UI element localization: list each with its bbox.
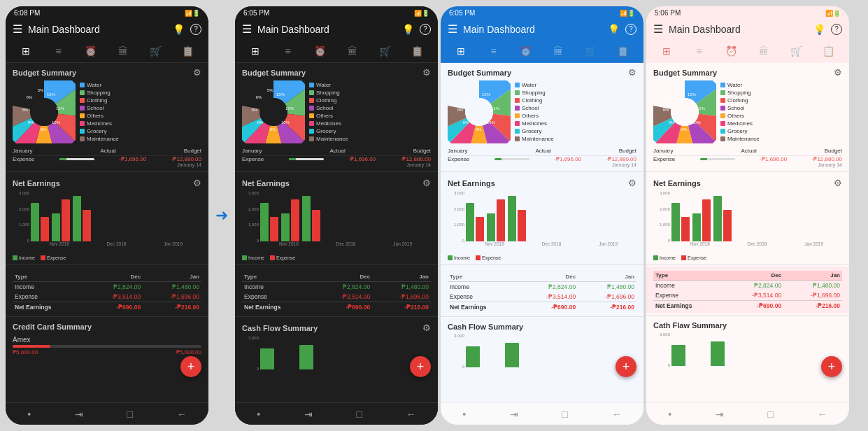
legend-others-1: Others [80,113,119,119]
credit-header-1: Credit Card Summary [13,323,201,331]
earnings-table-section-1: Type Dec Jan Income ₱2,824.00 ₱1,480.00 … [6,267,208,315]
menu-icon-4[interactable]: ☰ [653,22,663,36]
bottom-home-1[interactable]: □ [127,409,133,420]
nav-tab-doc-3[interactable]: 📋 [607,43,639,59]
svg-text:6%: 6% [27,95,33,99]
fab-2[interactable]: + [410,356,431,377]
menu-icon-2[interactable]: ☰ [242,22,252,36]
bar-group-nov-1 [31,203,49,241]
nav-tab-doc-4[interactable]: 📋 [813,43,845,59]
chart-legend-1: Income Expense [13,255,201,260]
bars-1 [31,191,201,241]
svg-text:8%: 8% [663,108,669,112]
nav-tab-cart-3[interactable]: 🛒 [574,43,606,59]
legend-maintenance-1: Maintenance [80,136,119,142]
bottom-dot-1[interactable]: • [27,409,31,420]
net-earnings-gear-1[interactable]: ⚙ [193,178,201,188]
svg-text:8%: 8% [463,120,469,125]
net-earnings-section-1: Net Earnings ⚙ 3,000 2,000 1,000 0 [6,174,208,263]
nav-tab-cart-2[interactable]: 🛒 [369,43,401,59]
budget-header-1: Budget Summary ⚙ [13,67,201,78]
menu-icon-1[interactable]: ☰ [13,22,22,36]
expense-bar-jan-1 [83,210,91,241]
nav-tab-grid-2[interactable]: ⊞ [239,43,271,59]
nav-tab-doc-2[interactable]: 📋 [401,43,434,59]
arrow-icon: ➜ [215,206,228,225]
legend-grocery-1: Grocery [80,128,119,134]
income-legend-1: Income [13,255,35,260]
app-bar-1: ☰ Main Dashboard 💡 ? [6,18,208,40]
budget-section-2: Budget Summary ⚙ [235,63,438,170]
svg-text:12%: 12% [285,106,294,111]
bar-chart-1: 3,000 2,000 1,000 0 [13,191,201,254]
nav-tab-clock-1[interactable]: ⏰ [75,43,107,59]
expense-row-1: Expense -₱1,696.00 -₱12,880.00 [13,156,201,162]
nav-tab-bank-3[interactable]: 🏛 [542,43,574,59]
fab-3[interactable]: + [616,356,636,377]
credit-progress-1 [13,345,201,348]
legend-area-2: Water Shopping Clothing School Others Me… [309,82,348,142]
nav-tab-clock-2[interactable]: ⏰ [304,43,336,59]
income-bar-nov-1 [31,203,39,241]
legend-shopping-1: Shopping [80,90,119,96]
nav-tab-doc-1[interactable]: 📋 [172,43,204,59]
bottom-back-1[interactable]: ← [177,409,187,420]
status-bar-2: 6:05 PM 📶🔋 [235,6,438,18]
pie-chart-2: 15% 12% 10% 9% 8% 8% 6% 5% [242,80,305,143]
nav-tab-grid-1[interactable]: ⊞ [10,43,42,59]
nav-tab-bank-4[interactable]: 🏛 [748,43,780,59]
nav-tab-cart-4[interactable]: 🛒 [780,43,812,59]
nav-tab-bank-2[interactable]: 🏛 [336,43,369,59]
cashflow-section-4: Cath Flaw Summary 3,0000 [646,317,849,377]
phone-content-4: Budget Summary ⚙ [646,63,849,402]
svg-text:6%: 6% [256,95,262,99]
cashflow-section-2: Cash Flow Summary ⚙ 3,0000 [235,318,438,381]
nav-tab-list-2[interactable]: ≡ [271,43,304,59]
help-icon-2[interactable]: ? [420,24,431,35]
earnings-table-1: Type Dec Jan Income ₱2,824.00 ₱1,480.00 … [13,272,201,312]
nav-tab-grid-3[interactable]: ⊞ [445,43,477,59]
bulb-icon-1[interactable]: 💡 [173,24,185,35]
nav-tab-list-1[interactable]: ≡ [42,43,74,59]
app-title-1: Main Dashboard [28,24,173,35]
svg-text:15%: 15% [47,92,56,97]
arrow: ➜ [211,206,232,225]
svg-text:4%: 4% [473,88,479,92]
nav-tab-grid-4[interactable]: ⊞ [650,43,683,59]
legend-school-1: School [80,105,119,111]
svg-text:6%: 6% [667,95,674,99]
nav-tab-list-4[interactable]: ≡ [683,43,715,59]
bulb-icon-4[interactable]: 💡 [813,24,825,35]
phone-4: 5:06 PM 📶🔋 ☰ Main Dashboard 💡 ? ⊞ ≡ ⏰ 🏛 … [646,6,849,425]
nav-tab-clock-4[interactable]: ⏰ [716,43,748,59]
svg-text:12%: 12% [56,106,65,111]
nav-tab-clock-3[interactable]: ⏰ [510,43,542,59]
phone-2: 6:05 PM 📶🔋 ☰ Main Dashboard 💡 ? ⊞ ≡ ⏰ 🏛 … [235,6,438,425]
budget-chart-1: 15% 12% 10% 9% 8% 8% 6% 5% [13,80,201,143]
budget-gear-1[interactable]: ⚙ [193,67,201,78]
bottom-recent-1[interactable]: ⇥ [75,409,83,420]
bulb-icon-3[interactable]: 💡 [608,24,620,35]
svg-text:9%: 9% [681,127,688,132]
fab-1[interactable]: + [180,356,201,377]
card-name-1: Amex [13,336,201,344]
menu-icon-3[interactable]: ☰ [448,22,457,36]
nav-tab-bank-1[interactable]: 🏛 [107,43,139,59]
budget-gear-2[interactable]: ⚙ [422,67,431,78]
nav-tab-cart-1[interactable]: 🛒 [139,43,171,59]
nav-tab-list-3[interactable]: ≡ [477,43,509,59]
help-icon-3[interactable]: ? [625,24,636,35]
help-icon-4[interactable]: ? [831,24,842,35]
phone-content-3: Budget Summary ⚙ [441,63,643,402]
phone-content-1: Budget Summary ⚙ [6,63,208,402]
svg-text:15%: 15% [276,92,285,97]
status-time-1: 6:08 PM [14,9,40,17]
bulb-icon-2[interactable]: 💡 [402,24,414,35]
credit-section-1: Credit Card Summary Amex ₱5,000.00 ₱5,00… [6,318,208,360]
legend-area-1: Water Shopping Clothing School [80,82,119,142]
fab-4[interactable]: + [821,356,842,377]
credit-fill-1 [13,345,50,348]
svg-text:10%: 10% [281,120,290,125]
help-icon-1[interactable]: ? [190,24,201,35]
expense-progress-1 [59,158,94,160]
